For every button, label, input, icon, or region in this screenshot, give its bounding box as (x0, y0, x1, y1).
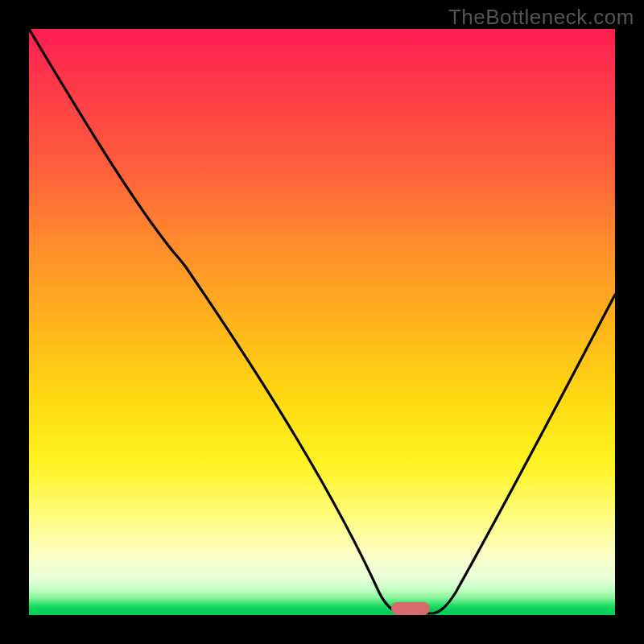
plot-area (29, 29, 615, 615)
watermark-text: TheBottleneck.com (448, 5, 634, 30)
optimal-marker (391, 602, 430, 615)
chart-frame: TheBottleneck.com (0, 0, 644, 644)
bottleneck-curve (29, 29, 615, 615)
curve-path (29, 29, 615, 613)
